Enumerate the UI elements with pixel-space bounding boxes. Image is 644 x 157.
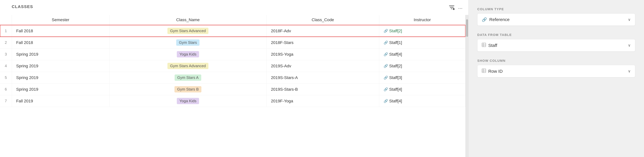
column-type-content: 🔗 Reference <box>482 17 628 22</box>
reference-icon: 🔗 <box>482 17 487 22</box>
toolbar: ··· <box>449 5 462 11</box>
row-instructor: 🔗Staff[4] <box>379 84 465 95</box>
table-icon <box>482 43 486 48</box>
more-icon[interactable]: ··· <box>458 5 462 11</box>
table-row[interactable]: 3Spring 2019Yoga Kids2019S-Yoga🔗Staff[4] <box>0 48 466 60</box>
table-row[interactable]: 5Spring 2019Gym Stars A2019S-Stars-A🔗Sta… <box>0 72 466 84</box>
scrollbar-thumb[interactable] <box>466 19 468 37</box>
svg-rect-1 <box>450 7 454 7</box>
show-column-label: SHOW COLUMN <box>477 59 635 63</box>
link-icon: 🔗 <box>384 87 388 91</box>
row-classcode: 2019S-Adv <box>266 60 379 72</box>
row-classname: Yoga Kids <box>109 48 266 60</box>
row-classcode: 2018F-Adv <box>266 25 379 37</box>
table-row[interactable]: 7Fall 2019Yoga Kids2019F-Yoga🔗Staff[4] <box>0 95 466 107</box>
row-semester: Spring 2019 <box>12 60 109 72</box>
row-id: 4 <box>0 60 12 72</box>
row-instructor: 🔗Staff[3] <box>379 72 465 84</box>
svg-rect-0 <box>449 5 454 6</box>
data-from-content: Staff <box>482 43 628 48</box>
right-panel: COLUMN TYPE 🔗 Reference ∨ DATA FROM TABL… <box>468 0 644 157</box>
link-icon: 🔗 <box>384 41 388 45</box>
row-classname: Yoga Kids <box>109 95 266 107</box>
row-instructor: 🔗Staff[2] <box>379 25 465 37</box>
table-row[interactable]: 1Fall 2018Gym Stars Advanced2018F-Adv🔗St… <box>0 25 466 37</box>
row-classcode: 2019S-Stars-B <box>266 84 379 95</box>
row-instructor: 🔗Staff[2] <box>379 60 465 72</box>
column-type-label: COLUMN TYPE <box>477 7 635 11</box>
data-from-chevron: ∨ <box>628 43 631 48</box>
show-column-content: Row ID <box>482 69 628 74</box>
link-icon: 🔗 <box>384 29 388 33</box>
scrollbar[interactable] <box>466 15 468 157</box>
data-from-value: Staff <box>488 43 497 48</box>
row-classname: Gym Stars A <box>109 72 266 84</box>
svg-rect-5 <box>482 43 486 47</box>
column-type-chevron: ∨ <box>628 17 631 22</box>
row-id: 1 <box>0 25 12 37</box>
table-row[interactable]: 4Spring 2019Gym Stars Advanced2019S-Adv🔗… <box>0 60 466 72</box>
row-id: 5 <box>0 72 12 84</box>
data-from-section: DATA FROM TABLE Staff ∨ <box>477 33 635 52</box>
row-id: 3 <box>0 48 12 60</box>
filter-icon[interactable] <box>449 5 454 11</box>
data-from-dropdown[interactable]: Staff ∨ <box>477 39 635 52</box>
row-instructor: 🔗Staff[4] <box>379 48 465 60</box>
section-title: CLASSES <box>6 4 39 12</box>
svg-rect-9 <box>482 69 486 73</box>
col-header-classname[interactable]: Class_Name <box>109 15 266 25</box>
row-semester: Spring 2019 <box>12 72 109 84</box>
show-column-value: Row ID <box>488 69 502 74</box>
link-icon: 🔗 <box>384 76 388 80</box>
column-type-value: Reference <box>489 17 510 22</box>
row-instructor: 🔗Staff[4] <box>379 95 465 107</box>
row-id: 7 <box>0 95 12 107</box>
row-classcode: 2019S-Yoga <box>266 48 379 60</box>
col-header-id <box>0 15 12 25</box>
row-classname: Gym Stars B <box>109 84 266 95</box>
col-header-instructor[interactable]: Instructor <box>379 15 465 25</box>
classes-table: Semester Class_Name Class_Code Instructo… <box>0 15 466 107</box>
row-semester: Fall 2018 <box>12 37 109 48</box>
data-from-label: DATA FROM TABLE <box>477 33 635 37</box>
table-container: Semester Class_Name Class_Code Instructo… <box>0 15 466 157</box>
row-classname: Gym Stars <box>109 37 266 48</box>
row-instructor: 🔗Staff[1] <box>379 37 465 48</box>
row-semester: Fall 2019 <box>12 95 109 107</box>
col-header-semester[interactable]: Semester <box>12 15 109 25</box>
row-semester: Fall 2018 <box>12 25 109 37</box>
row-classcode: 2019F-Yoga <box>266 95 379 107</box>
show-column-section: SHOW COLUMN Row ID ∨ <box>477 59 635 77</box>
link-icon: 🔗 <box>384 52 388 56</box>
main-panel: CLASSES ··· Semester <box>0 0 468 157</box>
link-icon: 🔗 <box>384 64 388 68</box>
row-id: 6 <box>0 84 12 95</box>
col-header-classcode[interactable]: Class_Code <box>266 15 379 25</box>
svg-rect-4 <box>453 9 454 10</box>
row-semester: Spring 2019 <box>12 48 109 60</box>
table-row[interactable]: 6Spring 2019Gym Stars B2019S-Stars-B🔗Sta… <box>0 84 466 95</box>
row-classname: Gym Stars Advanced <box>109 25 266 37</box>
show-column-chevron: ∨ <box>628 69 631 73</box>
show-column-dropdown[interactable]: Row ID ∨ <box>477 65 635 77</box>
row-classcode: 2018F-Stars <box>266 37 379 48</box>
row-classname: Gym Stars Advanced <box>109 60 266 72</box>
column-type-section: COLUMN TYPE 🔗 Reference ∨ <box>477 7 635 26</box>
row-semester: Spring 2019 <box>12 84 109 95</box>
table-row[interactable]: 2Fall 2018Gym Stars2018F-Stars🔗Staff[1] <box>0 37 466 48</box>
link-icon: 🔗 <box>384 99 388 103</box>
row-id-icon <box>482 69 486 74</box>
svg-rect-2 <box>451 8 452 9</box>
row-classcode: 2019S-Stars-A <box>266 72 379 84</box>
column-type-dropdown[interactable]: 🔗 Reference ∨ <box>477 13 635 26</box>
row-id: 2 <box>0 37 12 48</box>
